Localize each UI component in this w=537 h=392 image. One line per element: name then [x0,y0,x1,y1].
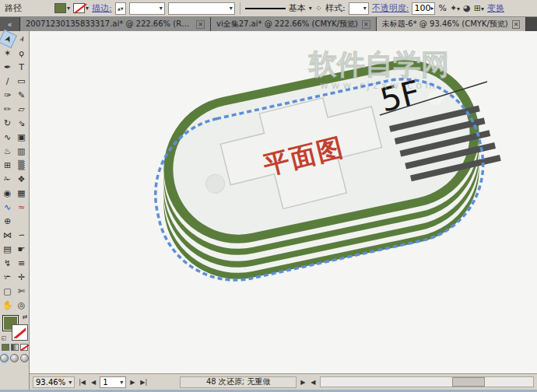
prev-artboard-button[interactable]: ◀ [90,379,97,386]
stroke-weight-stepper[interactable]: ▲▼ [115,2,126,15]
color-button[interactable] [2,344,9,351]
eyedropper-tool[interactable]: ✁ [1,172,15,186]
status-prev-icon[interactable]: ◀ [309,379,317,386]
style-dropdown[interactable]: ▾ [349,2,369,15]
status-bar: 93.46% ▾ |◀ ◀ 1 ▾ ▶ ▶| 48 次还原; 无重做 ▶ ◀ [30,373,537,390]
transform-link[interactable]: 变换 [487,2,504,14]
stepper-arrow-icon[interactable]: ▸ [430,5,433,12]
line-segment-tool[interactable]: ∕ [1,74,15,88]
horizontal-scrollbar[interactable] [320,376,535,387]
control-bar: 路径 ▾ ▾ 描边: ▲▼ ▾ ▾ 基本 ▾ ⁘ 样式: ▾ 不透明度: 100… [0,0,537,17]
recolor-artwork-icon[interactable]: ◕ [463,3,471,13]
artwork-svg: 平面图 5F 软件自学网 www.rjzxw.com [30,31,537,373]
path-scribble-tool[interactable]: ∿ [1,200,15,214]
document-tab-bar: « 20071230135833317.ai* @ 222.66% (RGB/预… [0,17,537,31]
page-tool[interactable]: ☛ [15,242,29,256]
crop-area-tool[interactable]: ▢ [1,284,15,298]
list-options-tool[interactable]: ≡ [15,256,29,270]
options-grid-icon[interactable]: ⊞▾ [474,3,484,13]
zoom-level-value: 93.46% [36,378,65,387]
lasso-tool[interactable]: ϙ [15,46,29,60]
undo-status-text: 48 次还原; 无重做 [206,376,270,387]
zoom-level-dropdown[interactable]: 93.46% ▾ [33,376,75,388]
brush-definition-label: 基本 [289,2,306,14]
free-transform-tool[interactable]: ▣ [15,130,29,144]
hand-tool[interactable]: ✋ [1,298,15,312]
distort-envelope-tool[interactable]: ⋈ [1,228,15,242]
magic-wand-tool[interactable]: ✶ [1,46,15,60]
artwork-canvas[interactable]: 平面图 5F 软件自学网 www.rjzxw.com [30,31,537,373]
color-curves-tool[interactable]: ≈ [15,200,29,214]
spacer[interactable] [15,214,29,228]
measure-tool[interactable]: ✛ [15,270,29,284]
opacity-link[interactable]: 不透明度: [372,2,409,14]
chevron-down-icon[interactable]: ▾ [67,5,70,12]
stroke-color-control[interactable]: ▾ [73,3,89,13]
fill-color-swatch[interactable] [54,3,66,13]
percent-label: % [438,3,446,13]
artboard-target-tool[interactable]: ⊕ [1,214,15,228]
close-icon[interactable]: ✕ [362,20,370,29]
close-icon[interactable]: ✕ [196,20,205,29]
symbol-sprayer-tool[interactable]: ♨ [1,144,15,158]
watermark-title: 软件自学网 [308,48,449,80]
swap-fill-stroke-icon[interactable]: ⇄ [23,313,28,320]
chevron-down-icon: ▾ [230,5,233,12]
gradient-tool[interactable]: ▒ [15,158,29,172]
stroke-none-swatch[interactable] [73,3,85,13]
column-graph-tool[interactable]: ▥ [15,144,29,158]
paintbrush-tool[interactable]: ✑ [1,88,15,102]
none-button[interactable] [20,344,28,351]
stroke-link[interactable]: 描边: [92,2,112,14]
artboard-number-dropdown[interactable]: 1 ▾ [100,376,126,388]
pen-tool[interactable]: ✒ [1,60,15,74]
fill-color-control[interactable]: ▾ [54,3,70,13]
default-fill-stroke-icon[interactable]: ◱ [2,335,7,341]
stroke-none-swatch[interactable] [12,325,27,340]
pencil-tool[interactable]: ✎ [15,88,29,102]
rectangle-tool[interactable]: ▭ [15,74,29,88]
screen-mode-normal-button[interactable] [0,354,9,362]
wave-distort-tool[interactable]: ∽ [15,228,29,242]
live-paint-selection-tool[interactable]: ▦ [15,186,29,200]
screen-mode-menu-button[interactable] [10,354,19,362]
screen-mode-full-button[interactable] [20,354,29,362]
eraser-tool[interactable]: ▱ [15,102,29,116]
effects-icon[interactable]: ✦▾ [450,3,460,13]
watermark: 软件自学网 www.rjzxw.com [308,48,449,91]
rotate-tool[interactable]: ↻ [1,116,15,130]
tab-label: 未标题-6* @ 93.46% (CMYK/预览) [382,19,508,30]
slice-tool[interactable]: ✄ [15,284,29,298]
next-artboard-button[interactable]: ▶ [128,379,136,386]
close-icon[interactable]: ✕ [512,20,521,29]
document-tab[interactable]: vi全集27.ai* @ 222.66% (CMYK/预览)✕ [211,17,377,31]
chevron-down-icon[interactable]: ▾ [86,5,89,12]
mesh-tool[interactable]: ⊞ [1,158,15,172]
status-next-icon[interactable]: ▶ [299,379,307,386]
document-tab[interactable]: 20071230135833317.ai* @ 222.66% (RGB/预览)… [20,17,211,31]
live-paint-bucket-tool[interactable]: ◉ [1,186,15,200]
document-tab[interactable]: 未标题-6* @ 93.46% (CMYK/预览)✕ [377,17,527,31]
panel-collapse-button[interactable]: « [0,17,20,31]
gradient-button[interactable] [11,344,19,351]
horizontal-scrollbar-thumb[interactable] [452,377,485,387]
blob-brush-tool[interactable]: ✏ [1,102,15,116]
zoom-tool[interactable]: ◎ [15,298,29,312]
blend-tool[interactable]: ❖ [15,172,29,186]
measure-eyedropper-tool[interactable]: ✃ [1,270,15,284]
last-artboard-button[interactable]: ▶| [139,379,149,386]
zigzag-tool[interactable]: ↯ [1,256,15,270]
stroke-weight-dropdown[interactable]: ▾ [129,2,165,15]
brush-options-icon[interactable]: ⁘ [315,3,322,13]
warp-tool[interactable]: ∿ [1,130,15,144]
watermark-url: www.rjzxw.com [320,79,438,91]
divider [240,2,240,15]
type-tool[interactable]: T [15,60,29,74]
screen-mode-row [0,354,29,362]
variable-width-dropdown[interactable]: ▾ [168,2,235,15]
scale-tool[interactable]: ⇘ [15,116,29,130]
first-artboard-button[interactable]: |◀ [77,379,87,386]
mesh-grid-tool[interactable]: ▤ [1,242,15,256]
chevron-down-icon[interactable]: ▾ [309,5,312,12]
opacity-input[interactable]: 100 ▸ [412,2,435,15]
